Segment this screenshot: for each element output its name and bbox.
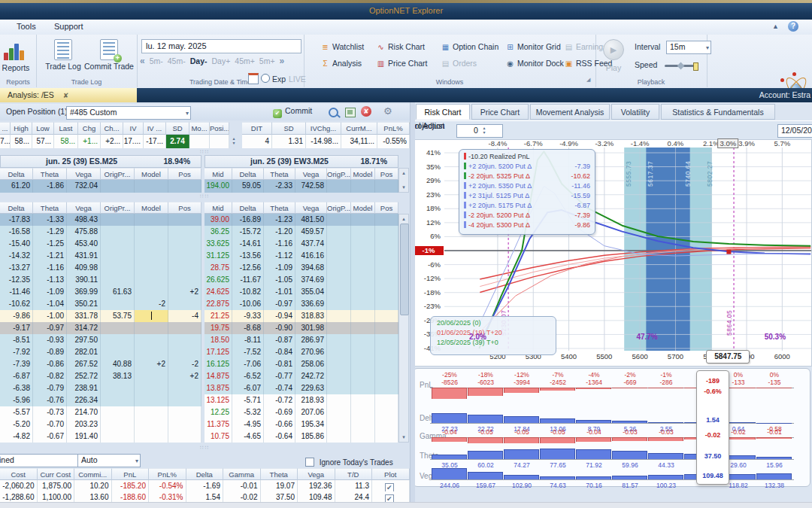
chain-row-left[interactable]: -6.87-0.82252.7238.13+2 xyxy=(0,370,201,382)
summary-col-header[interactable]: IVChg... xyxy=(306,122,341,135)
chain-row-right[interactable]: 13.875-6.07-0.74229.63 xyxy=(205,382,398,394)
chain-row-right[interactable]: 24.625-10.82-1.01355.04 xyxy=(205,286,398,298)
menu-support[interactable]: Support xyxy=(50,22,88,31)
chain-row-right[interactable]: 18.50-8.11-0.87286.97 xyxy=(205,334,398,346)
commit-button[interactable]: ✔Commit xyxy=(273,106,312,118)
chain-row-left[interactable]: -5.20-0.70203.23 xyxy=(0,418,201,430)
totals-col-header[interactable]: Commi... xyxy=(74,468,112,480)
vol-adjust-spinner[interactable]: 0▴ ▾ xyxy=(456,124,503,138)
tab-close-icon[interactable]: ✘ xyxy=(63,92,69,99)
time-step-45m[interactable]: 45m- xyxy=(168,56,186,65)
panel-splitter[interactable] xyxy=(410,102,415,502)
summary-col-header[interactable]: CurrM... xyxy=(341,122,377,135)
totals-col-header[interactable]: Delta xyxy=(186,468,224,480)
col-header-model[interactable]: Model xyxy=(351,168,375,180)
chain-row-left[interactable]: -13.27-1.16409.98 xyxy=(0,262,201,274)
play-icon[interactable]: ▶ xyxy=(603,39,624,60)
tab-statistics-fundamentals[interactable]: Statistics & Fundamentals xyxy=(661,104,775,120)
speed-slider-thumb[interactable] xyxy=(693,62,698,71)
clock-icon[interactable] xyxy=(261,74,270,83)
chain-row-left[interactable]: -10.62-1.04350.21-2 xyxy=(0,298,201,310)
trading-date-input[interactable]: lu. 12 may. 2025 xyxy=(141,39,301,53)
chain-row-left[interactable]: -5.96-0.76226.34 xyxy=(0,394,201,406)
chain-row-right[interactable]: 21.25-9.33-0.94318.83 xyxy=(205,310,398,322)
chain-row-right[interactable]: 12.25-5.32-0.69207.06 xyxy=(205,406,398,418)
expiry-header-ew3[interactable]: jun. 25 (39) EW3.M2518.71% xyxy=(205,155,398,168)
window-toggle-monitor-dock[interactable]: ◉Monitor Dock xyxy=(505,59,564,68)
col-header-origpr[interactable]: OrigPr... xyxy=(101,202,135,214)
chain-row-right[interactable]: 13.125-5.71-0.72218.93 xyxy=(205,394,398,406)
totals-row[interactable]: -2,060.201,875.0010.20-185.20-0.54%-1.69… xyxy=(0,480,410,491)
strategy-select[interactable]: #485 Custom▾ xyxy=(66,106,191,120)
col-header-theta[interactable]: Theta xyxy=(264,168,295,180)
chain-row-left[interactable]: -16.58-1.29475.88 xyxy=(0,226,201,238)
time-step-5m[interactable]: 5m- xyxy=(150,56,163,65)
interval-select[interactable]: 15m▾ xyxy=(666,41,711,54)
chain-row-right[interactable]: 26.625-11.67-1.05374.69 xyxy=(205,274,398,286)
col-header-model[interactable]: Model xyxy=(135,168,168,180)
totals-row[interactable]: -1,288.601,100.0013.60-188.60-0.31%1.54-… xyxy=(0,491,410,503)
col-header-pos[interactable]: Pos xyxy=(168,202,201,214)
quote-col-header[interactable]: Low xyxy=(32,122,54,135)
col-header-pos[interactable]: Pos xyxy=(375,168,398,180)
chain-row-right[interactable]: 22.875-10.06-0.97336.69 xyxy=(205,298,398,310)
chain-row-right[interactable]: 19.75-8.68-0.90301.98 xyxy=(205,322,398,334)
ignore-trades-checkbox[interactable] xyxy=(305,458,314,467)
chain-row-left[interactable]: -6.38-0.79238.91 xyxy=(0,382,201,394)
quote-col-header[interactable]: Ch... xyxy=(101,122,123,135)
col-header-theta[interactable]: Theta xyxy=(264,202,295,214)
combined-select[interactable]: ined▾ xyxy=(0,454,83,467)
tab-risk-chart[interactable]: Risk Chart xyxy=(416,104,470,120)
expiry-header-es[interactable]: jun. 25 (39) ES.M2518.94% xyxy=(0,155,201,168)
summary-col-header[interactable]: PnL% xyxy=(377,122,410,135)
summary-col-header[interactable]: DIT xyxy=(242,122,272,135)
col-header-delta[interactable]: Delta xyxy=(0,168,33,180)
chain-row-right[interactable]: 28.75-12.56-1.09394.68 xyxy=(205,262,398,274)
chain-row-left[interactable]: -9.17-0.97314.72 xyxy=(0,322,201,334)
col-header-theta[interactable]: Theta xyxy=(33,168,67,180)
window-toggle-price-chart[interactable]: ▥Price Chart xyxy=(376,59,428,68)
settings-gear-icon[interactable]: ⚙ xyxy=(383,105,392,117)
time-step-5m[interactable]: 5m+ xyxy=(259,56,275,65)
quote-col-header[interactable]: IV ... xyxy=(144,122,166,135)
quote-col-header[interactable]: Posi... xyxy=(210,122,229,135)
trade-log-button[interactable]: Trade Log xyxy=(42,39,84,71)
chain-row-right[interactable]: 33.625-14.61-1.16437.74 xyxy=(205,238,398,250)
chain-row-right[interactable]: 10.75-4.65-0.64185.86 xyxy=(205,430,398,443)
notes-icon[interactable] xyxy=(345,108,356,117)
quote-data-row[interactable]: 7...58...57...58...+1...+2...17....-17..… xyxy=(0,135,229,148)
quote-col-header[interactable]: SD xyxy=(166,122,189,135)
tab-analysis-es[interactable]: Analysis: /ES✘ xyxy=(0,88,137,102)
tab-volatility[interactable]: Volatility xyxy=(611,104,659,120)
totals-col-header[interactable]: Plot xyxy=(372,468,410,480)
window-toggle-option-chain[interactable]: ▦Option Chain xyxy=(441,42,498,51)
windows-dialog-launcher-icon[interactable]: ◢ xyxy=(586,77,590,83)
col-header-model[interactable]: Model xyxy=(351,202,375,214)
col-header-mid[interactable]: Mid xyxy=(205,202,232,214)
col-header-vega[interactable]: Vega xyxy=(295,168,327,180)
chain-row-left[interactable]: -7.39-0.86267.5240.88+2-2 xyxy=(0,358,201,370)
col-header-model[interactable]: Model xyxy=(135,202,168,214)
chain-row-right[interactable]: 16.125-7.06-0.81258.06 xyxy=(205,358,398,370)
chain-row-right[interactable]: 36.25-15.72-1.20459.57 xyxy=(205,226,398,238)
help-icon[interactable]: ? xyxy=(788,21,798,32)
time-step-Day[interactable]: Day+ xyxy=(211,56,230,65)
totals-col-header[interactable]: PnL% xyxy=(149,468,186,480)
chain-row-right[interactable]: 14.875-6.52-0.77242.72 xyxy=(205,370,398,382)
chain-row-right[interactable]: 11.375-4.95-0.66195.34 xyxy=(205,418,398,430)
window-toggle-watchlist[interactable]: ≣Watchlist xyxy=(320,42,364,51)
col-header-mid[interactable]: Mid xyxy=(205,168,232,180)
spinner-arrows-icon[interactable]: ▴ ▾ xyxy=(481,126,487,136)
col-header-origpr[interactable]: OrigPr... xyxy=(101,168,135,180)
reports-button[interactable]: Reports xyxy=(0,63,36,72)
chain-row-left[interactable]: -9.86-1.00331.7853.75-4 xyxy=(0,310,201,322)
col-header-delta[interactable]: Delta xyxy=(232,168,264,180)
scroll-down-icon[interactable]: ▾ xyxy=(399,184,408,190)
scroll-up-icon[interactable]: ▴ xyxy=(399,170,408,176)
totals-col-header[interactable]: Gamma xyxy=(223,468,261,480)
col-header-vega[interactable]: Vega xyxy=(67,168,101,180)
chain-row-right[interactable]: 39.00-16.89-1.23481.50 xyxy=(205,214,398,226)
chain-splitter-handle[interactable]: ∷∷ xyxy=(188,193,222,199)
chain-row-left[interactable]: -17.83-1.33498.43 xyxy=(0,214,201,226)
h-splitter-handle[interactable]: ∷∷ xyxy=(188,149,222,155)
